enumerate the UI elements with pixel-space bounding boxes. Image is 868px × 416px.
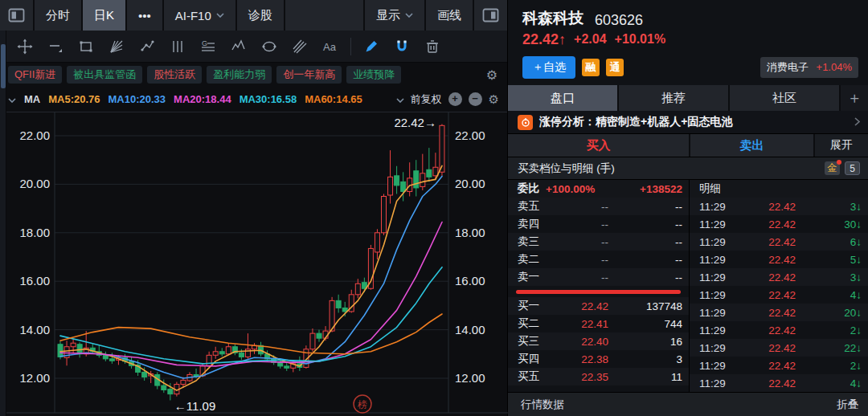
adjust-mode-label[interactable]: 前复权 xyxy=(411,92,442,107)
ai-f10-button[interactable]: AI-F10 xyxy=(164,0,235,31)
tab-community[interactable]: 社区 xyxy=(730,85,839,111)
trade-time: 11:29 xyxy=(699,342,744,354)
level-badge[interactable]: 5 xyxy=(845,161,860,175)
tags-settings-gear-icon[interactable]: ⚙ xyxy=(486,67,497,83)
diagnose-stock-button-label: 诊股 xyxy=(248,8,272,23)
market-data-link[interactable]: 行情数据 xyxy=(521,398,564,412)
level-label: 卖一 xyxy=(518,270,555,284)
zoom-out-button[interactable]: − xyxy=(469,92,482,106)
trade-detail-row: 11:29 22.42 4↓ xyxy=(690,286,868,304)
level-label: 买一 xyxy=(518,299,555,313)
tab-recommend[interactable]: 推荐 xyxy=(619,85,728,111)
toolbar-divider xyxy=(350,38,351,55)
collapse-right-panel-button[interactable] xyxy=(474,0,507,31)
chevron-right-icon xyxy=(854,115,860,129)
order-book-row[interactable]: 买五 22.35 11 xyxy=(508,368,689,385)
gann-fan-tool-icon[interactable] xyxy=(103,35,130,59)
ma-collapse-chevron-icon[interactable] xyxy=(8,93,16,105)
kline-chart[interactable]: 22.0022.0020.0020.0018.0018.0016.0016.00… xyxy=(0,112,508,416)
pitchfork-tool-icon[interactable] xyxy=(286,35,313,59)
stock-tag[interactable]: 股性活跃 xyxy=(147,66,202,84)
limit-up-analysis-row[interactable]: 涨停分析：精密制造+机器人+固态电池 xyxy=(508,111,868,134)
trade-price: 22.42 xyxy=(744,289,823,301)
chart-settings-gear-icon[interactable]: ⚙ xyxy=(489,92,499,107)
rectangle-tool-icon[interactable] xyxy=(72,35,100,59)
ma-value: MA20:18.44 xyxy=(174,93,231,105)
collapse-link[interactable]: 折叠 xyxy=(837,398,858,412)
buy-button[interactable]: 买入 xyxy=(508,134,689,157)
trade-volume: 20↓ xyxy=(823,307,862,319)
more-periods-button[interactable]: ••• xyxy=(127,0,162,31)
stock-tag[interactable]: 业绩预降 xyxy=(346,66,401,84)
text-tool-icon[interactable]: Aa xyxy=(317,35,344,59)
trend-line-tool-icon[interactable] xyxy=(42,35,69,59)
stock-tag[interactable]: 被出具监管函 xyxy=(67,66,142,84)
gold-badge[interactable]: 金 xyxy=(825,161,840,175)
trade-volume: 22↓ xyxy=(823,342,862,354)
detail-header: 明细 xyxy=(690,180,868,198)
chart-panel: 分时日K•••AI-F10诊股显示画线 GAa QFII新进被出具监管函股性活跃… xyxy=(0,0,508,416)
trade-detail-row: 11:29 22.42 22↓ xyxy=(690,339,868,357)
limit-up-analysis-icon xyxy=(518,115,533,130)
magnet-tool-icon[interactable] xyxy=(388,35,416,59)
pencil-tool-icon[interactable] xyxy=(358,35,385,59)
tab-daily-k[interactable]: 日K xyxy=(83,0,125,31)
scrollbar-thumb[interactable] xyxy=(1,44,6,88)
sector-pill[interactable]: 消费电子 +1.04% xyxy=(760,57,858,78)
up-arrow-icon: ↑ xyxy=(559,31,566,47)
trash-tool-icon[interactable] xyxy=(419,35,446,59)
order-book-area: 委比 +100.00% +138522 卖五 -- -- 卖四 -- -- 卖三… xyxy=(508,180,868,392)
weibi-row: 委比 +100.00% +138522 xyxy=(508,180,689,198)
connect-badge[interactable]: 通 xyxy=(606,59,624,76)
trade-detail-row: 11:29 22.42 6↓ xyxy=(690,233,868,251)
order-book-row[interactable]: 买一 22.42 137748 xyxy=(508,297,689,315)
level-label: 买五 xyxy=(518,369,555,384)
order-book-row[interactable]: 买四 22.38 3 xyxy=(508,350,689,368)
order-book-row[interactable]: 卖四 -- -- xyxy=(508,215,689,233)
trade-detail-row: 11:29 22.42 2↓ xyxy=(690,321,868,339)
adjust-chevron-icon[interactable] xyxy=(396,93,404,105)
svg-text:22.00: 22.00 xyxy=(455,128,485,142)
draw-line-button[interactable]: 画线 xyxy=(426,0,473,31)
stock-tag[interactable]: 盈利能力弱 xyxy=(207,66,272,84)
vertical-lines-tool-icon[interactable] xyxy=(164,35,191,59)
move-tool-icon[interactable] xyxy=(11,35,39,59)
add-watchlist-button[interactable]: ＋自选 xyxy=(522,56,575,79)
margin-badge[interactable]: 融 xyxy=(582,59,600,76)
collapse-left-panel-button[interactable] xyxy=(0,0,33,31)
gann-lines-tool-icon[interactable]: G xyxy=(194,35,222,59)
level-label: 买二 xyxy=(518,316,555,331)
diagnose-stock-button[interactable]: 诊股 xyxy=(237,0,284,31)
level-volume: 11 xyxy=(629,371,682,383)
tab-order-book[interactable]: 盘口 xyxy=(508,85,617,111)
sell-button[interactable]: 卖出 xyxy=(690,134,813,157)
wave-tool-icon[interactable] xyxy=(225,35,252,59)
segment-tool-icon[interactable] xyxy=(133,35,161,59)
add-tab-button[interactable]: ＋ xyxy=(841,85,868,111)
order-book-row[interactable]: 买三 22.40 16 xyxy=(508,332,689,350)
left-scrollbar[interactable] xyxy=(0,31,6,416)
level-price: -- xyxy=(555,271,629,283)
stock-tag[interactable]: QFII新进 xyxy=(8,66,62,84)
stock-tag[interactable]: 创一年新高 xyxy=(276,66,342,84)
trade-detail-row: 11:29 22.42 3↓ xyxy=(690,268,868,286)
order-book-row[interactable]: 卖五 -- -- xyxy=(508,198,689,215)
candlestick-chart-svg[interactable]: 22.0022.0020.0020.0018.0018.0016.0016.00… xyxy=(0,112,508,416)
level-label: 卖五 xyxy=(518,199,555,214)
tab-minute[interactable]: 分时 xyxy=(35,0,81,31)
trade-price: 22.42 xyxy=(744,271,823,283)
order-book-row[interactable]: 买二 22.41 744 xyxy=(508,315,689,332)
expand-button[interactable]: 展开 xyxy=(815,134,868,157)
order-book-row[interactable]: 卖二 -- -- xyxy=(508,251,689,268)
order-book-row[interactable]: 卖三 -- -- xyxy=(508,233,689,251)
order-book-row[interactable]: 卖一 -- -- xyxy=(508,268,689,286)
level-volume: -- xyxy=(629,271,682,283)
ellipse-tool-icon[interactable] xyxy=(256,35,283,59)
sell-levels: 卖五 -- -- 卖四 -- -- 卖三 -- -- 卖二 -- -- 卖一 -… xyxy=(508,198,689,286)
panel-tabs: 盘口推荐社区＋ xyxy=(508,85,868,111)
trade-time: 11:29 xyxy=(699,324,744,336)
display-button[interactable]: 显示 xyxy=(365,0,424,31)
zoom-in-button[interactable]: + xyxy=(448,92,462,106)
level-volume: -- xyxy=(629,236,682,248)
buy-levels: 买一 22.42 137748 买二 22.41 744 买三 22.40 16… xyxy=(508,297,689,385)
